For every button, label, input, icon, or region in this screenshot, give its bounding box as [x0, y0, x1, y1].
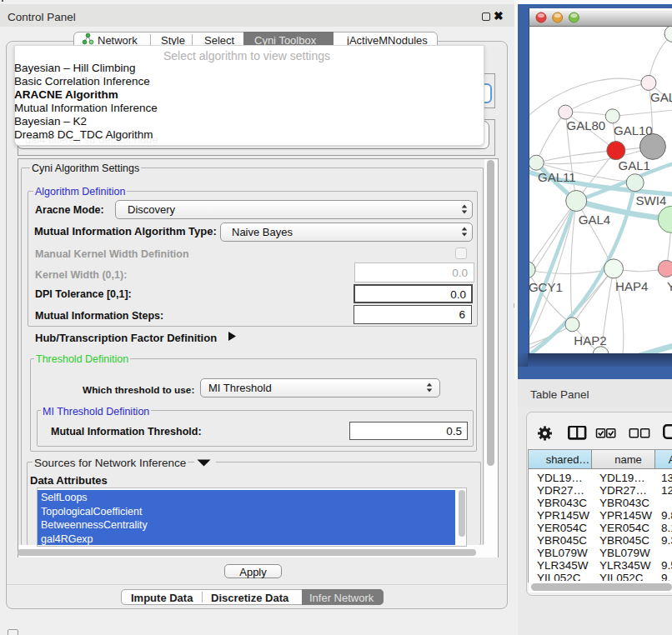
svg-text:GAL11: GAL11 — [538, 170, 576, 184]
svg-text:GAL4: GAL4 — [579, 212, 610, 226]
svg-text:HAP4: HAP4 — [615, 278, 648, 292]
svg-text:GAL10: GAL10 — [614, 123, 653, 138]
svg-text:HAP2: HAP2 — [574, 332, 606, 347]
svg-text:YM: YM — [667, 278, 672, 292]
svg-text:GCY1: GCY1 — [529, 279, 563, 293]
svg-text:GAL1: GAL1 — [619, 158, 650, 172]
svg-text:SWI4: SWI4 — [636, 192, 667, 207]
svg-text:GAL7: GAL7 — [650, 89, 672, 103]
svg-text:GAL80: GAL80 — [567, 118, 606, 132]
